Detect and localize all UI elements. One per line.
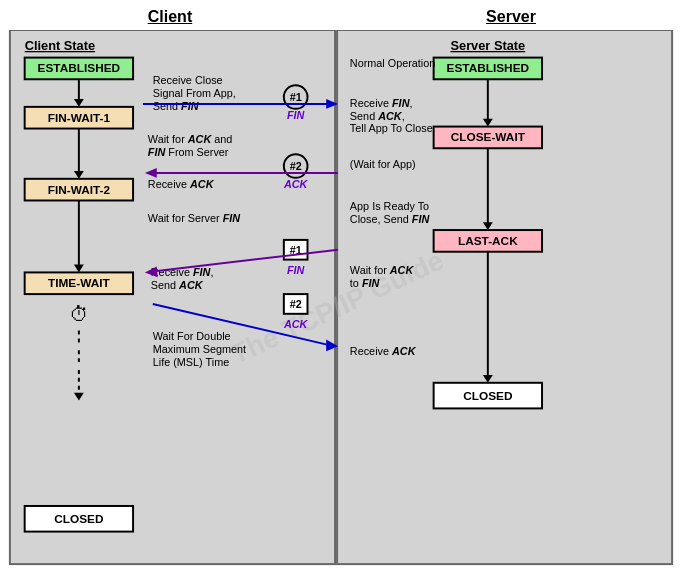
server-action2-l2: Send ACK,	[350, 110, 405, 122]
msg3-label: FIN	[287, 264, 305, 276]
clock-icon: ⏱	[69, 303, 89, 325]
client-action6-line2: Maximum Segment	[153, 343, 246, 355]
client-state-label: Client State	[25, 38, 95, 53]
server-action2-l3: Tell App To Close	[350, 122, 433, 134]
client-title: Client	[0, 8, 340, 26]
server-action6: Receive ACK	[350, 345, 417, 357]
client-action2-line2: FIN From Server	[148, 146, 229, 158]
msg1-num: #1	[290, 91, 302, 103]
client-finwait1-label: FIN-WAIT-1	[48, 111, 111, 125]
server-action1: Normal Operation	[350, 57, 435, 69]
server-action4-l2: Close, Send FIN	[350, 213, 430, 225]
server-action3: (Wait for App)	[350, 158, 416, 170]
server-action5-l1: Wait for ACK	[350, 264, 415, 276]
server-established-label: ESTABLISHED	[447, 61, 530, 75]
server-closed-label: CLOSED	[463, 389, 513, 403]
server-action4-l1: App Is Ready To	[350, 200, 429, 212]
client-action3: Receive ACK	[148, 178, 215, 190]
client-action1-line1: Receive Close	[153, 74, 223, 86]
client-established-label: ESTABLISHED	[38, 61, 121, 75]
server-action2-l1: Receive FIN,	[350, 97, 413, 109]
diagram-container: Client Server The TCP/IP Guide Client St…	[0, 0, 682, 572]
msg2-label: ACK	[283, 178, 309, 190]
client-action1-line3: Send FIN	[153, 100, 199, 112]
server-closewait-label: CLOSE-WAIT	[451, 130, 526, 144]
client-action6-line1: Wait For Double	[153, 330, 231, 342]
main-diagram: The TCP/IP Guide Client State ESTABLISHE…	[0, 30, 682, 572]
msg1-label: FIN	[287, 109, 305, 121]
client-timewait-label: TIME-WAIT	[48, 276, 110, 290]
client-action4: Wait for Server FIN	[148, 212, 240, 224]
msg4-label: ACK	[283, 318, 309, 330]
client-action2-line1: Wait for ACK and	[148, 133, 232, 145]
title-row: Client Server	[0, 0, 682, 30]
client-action1-line2: Signal From App,	[153, 87, 236, 99]
server-state-label: Server State	[450, 38, 525, 53]
client-action5-line2: Send ACK	[151, 279, 204, 291]
msg4-num: #2	[290, 298, 302, 310]
msg2-num: #2	[290, 160, 302, 172]
server-lastack-label: LAST-ACK	[458, 234, 518, 248]
client-action6-line3: Life (MSL) Time	[153, 356, 229, 368]
client-finwait2-label: FIN-WAIT-2	[48, 183, 111, 197]
server-action5-l2: to FIN	[350, 277, 380, 289]
client-closed-label: CLOSED	[54, 512, 104, 526]
server-title: Server	[340, 8, 682, 26]
